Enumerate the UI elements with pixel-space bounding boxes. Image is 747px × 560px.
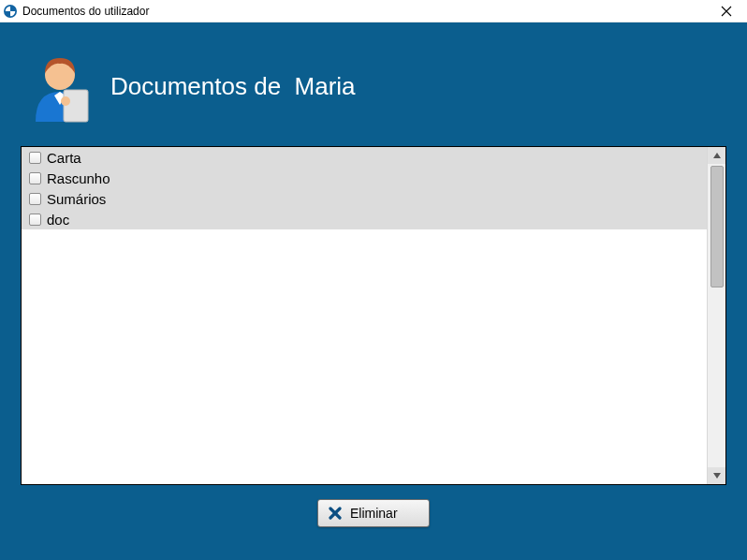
list-item-checkbox[interactable] [29,172,41,184]
list-item-checkbox[interactable] [29,152,41,164]
scroll-track[interactable] [708,164,725,467]
scroll-up-button[interactable] [708,147,725,164]
svg-marker-6 [713,153,721,158]
svg-point-5 [61,96,70,106]
delete-button-label: Eliminar [350,506,398,521]
list-item-label: doc [47,212,69,228]
scroll-down-button[interactable] [708,467,725,484]
titlebar: Documentos do utilizador [0,0,747,22]
list-item-label: Rascunho [47,170,110,186]
vertical-scrollbar[interactable] [707,147,725,484]
close-icon [721,6,732,17]
list-item-label: Sumários [47,191,106,207]
documents-listbox: CartaRascunhoSumáriosdoc [21,146,726,485]
delete-icon [328,506,343,521]
list-item[interactable]: Carta [22,147,707,168]
svg-marker-7 [713,473,721,479]
delete-button[interactable]: Eliminar [317,499,430,527]
list-item-checkbox[interactable] [29,214,41,226]
page-title: Documentos de Maria [110,72,356,101]
window-title: Documentos do utilizador [22,5,149,18]
list-item-checkbox[interactable] [29,193,41,205]
list-item[interactable]: Sumários [22,188,707,209]
header: Documentos de Maria [26,49,356,124]
window-close-button[interactable] [710,0,743,22]
list-item[interactable]: Rascunho [22,168,707,188]
list-item-label: Carta [47,150,81,166]
user-documents-icon [26,49,94,124]
dialog-body: Documentos de Maria CartaRascunhoSumário… [0,22,747,560]
list-item[interactable]: doc [22,209,707,229]
scroll-thumb[interactable] [710,166,724,287]
app-icon [4,5,17,18]
svg-rect-4 [64,90,88,122]
